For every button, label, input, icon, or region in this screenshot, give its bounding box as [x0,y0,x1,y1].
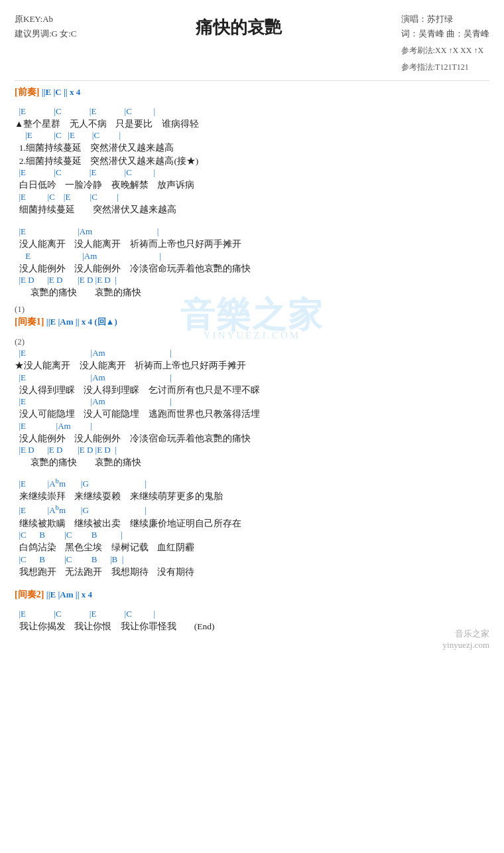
page: 音樂之家 YINYUEZJ.COM 原KEY:Ab 建议男调:G 女:C 痛快的… [0,0,504,657]
section-interlude2: [间奏2] [15,589,44,599]
chord-line-2: |E |C |E |C | [15,130,489,141]
lyric-line-10: 没人得到理睬 没人得到理睬 乞讨而所有也只是不理不睬 [15,384,489,397]
lyric-line-18: 我让你揭发 我让你恨 我让你罪怪我 (End) [15,620,489,633]
verse1-block: |E |C |E |C | ▲整个星群 无人不病 只是要比 谁病得轻 |E |C… [15,106,489,216]
footer-brand: 音乐之家 [443,628,489,640]
chord-line-14: |E |Abm |G | [15,503,489,516]
interlude1-block: [间奏1] ||E |Am || x 4 (回▲) [15,316,489,328]
lyric-line-17: 我想跑开 无法跑开 我想期待 没有期待 [15,566,489,579]
header-left: 原KEY:Ab 建议男调:G 女:C [15,12,77,41]
footer-logo: 音乐之家 yinyuezj.com [443,628,489,651]
intro-block: [前奏] ||E |C || x 4 [15,86,489,98]
chord-line-10: |E |Am | [15,396,489,408]
interlude2-block: [间奏2] ||E |Am || x 4 [15,589,489,601]
song-title: 痛快的哀艷 [77,12,401,39]
lyric-line-5: 细菌持续蔓延 突然潜伏又越来越高 [15,203,489,216]
header-right: 演唱：苏打绿 词：吴青峰 曲：吴青峰 参考刷法:XX ↑X XX ↑X 参考指法… [401,12,489,74]
singer-label: 演唱：苏打绿 [401,12,489,27]
ending-block: |E |C |E |C | 我让你揭发 我让你恨 我让你罪怪我 (End) [15,609,489,633]
chord-line-12: |E D |E D |E D |E D | [15,445,489,456]
lyricist-label: 词：吴青峰 曲：吴青峰 [401,27,489,41]
chord-line-4: |E |C |E |C | [15,192,489,203]
intro-chords: ||E |C || x 4 [42,87,80,97]
lyric-line-11: 没人可能隐埋 没人可能隐埋 逃跑而世界也只教落得活埋 [15,408,489,421]
key-label: 原KEY:Ab [15,12,77,27]
lyric-line-1: ▲整个星群 无人不病 只是要比 谁病得轻 [15,117,489,131]
lyric-line-13: 哀艷的痛快 哀艷的痛快 [15,456,489,469]
chord-line-16: |C B |C B |B | [15,554,489,566]
section-intro: [前奏] [15,87,39,97]
lyric-line-9: ★没人能离开 没人能离开 祈祷而上帝也只好两手摊开 [15,359,489,372]
chord-line-9: |E |Am | [15,372,489,384]
section-interlude1: [间奏1] [15,317,44,327]
interlude2-chords: ||E |Am || x 4 [46,589,92,599]
chord-line-1: |E |C |E |C | [15,106,489,117]
lyric-line-12: 没人能例外 没人能例外 冷淡宿命玩弄着他哀艷的痛快 [15,432,489,445]
chord-line-11: |E |Am | [15,421,489,432]
lyric-line-4: 白日低吟 一脸冷静 夜晚解禁 放声诉病 [15,179,489,192]
header: 原KEY:Ab 建议男调:G 女:C 痛快的哀艷 演唱：苏打绿 词：吴青峰 曲：… [15,12,489,74]
ref2-label: 参考指法:T121T121 [401,60,489,74]
prechorus-block: |E |Am | 没人能离开 没人能离开 祈祷而上帝也只好两手摊开 E |Am … [15,226,489,299]
lyric-line-6: 没人能离开 没人能离开 祈祷而上帝也只好两手摊开 [15,238,489,251]
chord-line-5: |E |Am | [15,226,489,238]
paren-2: (2) [15,336,489,349]
divider-top [15,80,489,81]
lyric-line-15: 继续被欺瞒 继续被出卖 继续廉价地证明自己所存在 [15,517,489,530]
lyric-line-14: 来继续崇拜 来继续耍赖 来继续萌芽更多的鬼胎 [15,490,489,503]
lyric-line-3: 2.细菌持续蔓延 突然潜伏又越来越高(接★) [15,155,489,168]
suggestion-label: 建议男调:G 女:C [15,27,77,41]
lyric-line-8: 哀艷的痛快 哀艷的痛快 [15,286,489,299]
star-block: |E |Am | ★没人能离开 没人能离开 祈祷而上帝也只好两手摊开 |E |A… [15,348,489,469]
ref1-label: 参考刷法:XX ↑X XX ↑X [401,44,489,57]
lyric-line-16: 白鸽沾染 黑色尘埃 绿树记载 血红阴霾 [15,541,489,554]
paren-1: (1) [15,303,489,316]
chord-line-7: |E D |E D |E D |E D | [15,275,489,286]
interlude1-chords: ||E |Am || x 4 (回▲) [46,317,117,327]
chord-line-3: |E |C |E |C | [15,167,489,179]
footer-url: yinyuezj.com [443,640,489,651]
bbm-block: |E |Abm |G | 来继续崇拜 来继续耍赖 来继续萌芽更多的鬼胎 |E |… [15,476,489,578]
chord-line-13: |E |Abm |G | [15,476,489,490]
lyric-line-7: 没人能例外 没人能例外 冷淡宿命玩弄着他哀艷的痛快 [15,262,489,275]
lyric-line-2: 1.细菌持续蔓延 突然潜伏又越来越高 [15,141,489,155]
chord-line-6: E |Am | [15,251,489,262]
chord-line-15: |C B |C B | [15,530,489,541]
chord-line-17: |E |C |E |C | [15,609,489,620]
chord-line-8: |E |Am | [15,348,489,359]
